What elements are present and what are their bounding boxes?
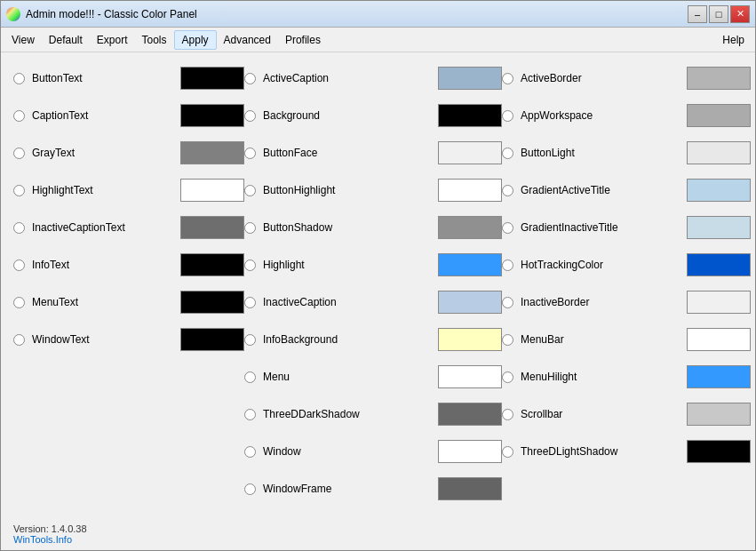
color-swatch-background[interactable] bbox=[438, 104, 502, 127]
wintools-link[interactable]: WinTools.Info bbox=[13, 534, 743, 545]
color-label-highlight: Highlight bbox=[263, 259, 431, 271]
color-swatch-buttonlight[interactable] bbox=[687, 141, 751, 164]
list-item: HighlightText bbox=[13, 173, 244, 207]
menu-export[interactable]: Export bbox=[90, 31, 135, 49]
list-item: GrayText bbox=[13, 136, 244, 170]
color-radio-menu[interactable] bbox=[244, 371, 256, 383]
color-radio-inactivecaption[interactable] bbox=[244, 297, 256, 308]
color-radio-infotext[interactable] bbox=[13, 260, 25, 271]
color-radio-threeddarkshadow[interactable] bbox=[244, 409, 256, 420]
color-label-windowtext: WindowText bbox=[32, 333, 173, 346]
color-swatch-threedlightshadow[interactable] bbox=[687, 440, 751, 463]
color-swatch-gradientactivetitle[interactable] bbox=[687, 179, 751, 202]
maximize-button[interactable]: □ bbox=[709, 5, 728, 23]
list-item: InactiveCaptionText bbox=[13, 211, 244, 244]
color-swatch-inactivecaption[interactable] bbox=[438, 291, 502, 314]
color-label-scrollbar: Scrollbar bbox=[521, 408, 680, 420]
color-swatch-captiontext[interactable] bbox=[180, 104, 244, 127]
color-swatch-threeddarkshadow[interactable] bbox=[438, 403, 502, 426]
list-item: ButtonText bbox=[13, 61, 244, 95]
color-swatch-highlighttext[interactable] bbox=[180, 179, 244, 202]
color-swatch-windowframe[interactable] bbox=[438, 477, 502, 500]
color-radio-inactiveborder[interactable] bbox=[502, 297, 513, 308]
color-label-menubar: MenuBar bbox=[521, 333, 680, 346]
menu-apply[interactable]: Apply bbox=[174, 30, 217, 50]
app-icon bbox=[6, 7, 20, 21]
color-radio-scrollbar[interactable] bbox=[502, 409, 513, 420]
color-label-gradientinactivetitle: GradientInactiveTitle bbox=[521, 221, 680, 234]
color-radio-infobackground[interactable] bbox=[244, 334, 256, 346]
color-radio-gradientinactivetitle[interactable] bbox=[502, 222, 513, 234]
color-radio-menutext[interactable] bbox=[13, 297, 25, 308]
color-label-highlighttext: HighlightText bbox=[32, 184, 173, 196]
menu-default[interactable]: Default bbox=[42, 31, 90, 49]
color-radio-gradientactivetitle[interactable] bbox=[502, 185, 513, 196]
color-swatch-appworkspace[interactable] bbox=[687, 104, 751, 127]
menu-tools[interactable]: Tools bbox=[135, 31, 174, 49]
color-swatch-buttonshadow[interactable] bbox=[438, 216, 502, 239]
color-swatch-buttonface[interactable] bbox=[438, 141, 502, 164]
menu-advanced[interactable]: Advanced bbox=[217, 31, 278, 49]
color-radio-activecaption[interactable] bbox=[244, 73, 256, 84]
color-swatch-highlight[interactable] bbox=[438, 253, 502, 276]
color-swatch-windowtext[interactable] bbox=[180, 328, 244, 351]
color-swatch-menu[interactable] bbox=[438, 365, 502, 388]
window-title: Admin mode!!! - Classic Color Panel bbox=[26, 8, 688, 20]
color-swatch-scrollbar[interactable] bbox=[687, 403, 751, 426]
color-radio-menubar[interactable] bbox=[502, 334, 513, 346]
menu-profiles[interactable]: Profiles bbox=[278, 31, 328, 49]
color-radio-buttonhighlight[interactable] bbox=[244, 185, 256, 196]
color-radio-windowframe[interactable] bbox=[244, 483, 256, 495]
color-swatch-menubar[interactable] bbox=[687, 328, 751, 351]
column-3: ActiveBorderAppWorkspaceButtonLightGradi… bbox=[502, 61, 751, 506]
color-swatch-graytext[interactable] bbox=[180, 141, 244, 164]
color-swatch-infotext[interactable] bbox=[180, 253, 244, 276]
color-swatch-activeborder[interactable] bbox=[687, 67, 751, 90]
color-radio-highlight[interactable] bbox=[244, 260, 256, 271]
color-label-threeddarkshadow: ThreeDDarkShadow bbox=[263, 408, 431, 420]
color-swatch-infobackground[interactable] bbox=[438, 328, 502, 351]
list-item: ButtonLight bbox=[502, 136, 751, 170]
color-label-hottrackingcolor: HotTrackingColor bbox=[521, 259, 680, 271]
color-radio-appworkspace[interactable] bbox=[502, 110, 513, 122]
color-swatch-buttonhighlight[interactable] bbox=[438, 179, 502, 202]
color-radio-buttontext[interactable] bbox=[13, 73, 25, 84]
color-label-inactiveborder: InactiveBorder bbox=[521, 296, 680, 308]
color-radio-threedlightshadow[interactable] bbox=[502, 446, 513, 458]
color-radio-captiontext[interactable] bbox=[13, 110, 25, 122]
color-radio-background[interactable] bbox=[244, 110, 256, 122]
list-item: HotTrackingColor bbox=[502, 248, 751, 282]
color-swatch-menutext[interactable] bbox=[180, 291, 244, 314]
color-radio-inactivecaptiontext[interactable] bbox=[13, 222, 25, 234]
color-radio-graytext[interactable] bbox=[13, 148, 25, 159]
menu-help[interactable]: Help bbox=[715, 31, 752, 49]
color-radio-menuhilight[interactable] bbox=[502, 371, 513, 383]
color-swatch-inactivecaptiontext[interactable] bbox=[180, 216, 244, 239]
color-swatch-buttontext[interactable] bbox=[180, 67, 244, 90]
color-swatch-gradientinactivetitle[interactable] bbox=[687, 216, 751, 239]
color-radio-buttonface[interactable] bbox=[244, 148, 256, 159]
color-swatch-hottrackingcolor[interactable] bbox=[687, 253, 751, 276]
close-button[interactable]: ✕ bbox=[730, 5, 750, 23]
color-swatch-menuhilight[interactable] bbox=[687, 365, 751, 388]
color-swatch-activecaption[interactable] bbox=[438, 67, 502, 90]
color-label-menutext: MenuText bbox=[32, 296, 173, 308]
list-item: ThreeDLightShadow bbox=[502, 435, 751, 468]
color-label-buttonhighlight: ButtonHighlight bbox=[263, 184, 431, 196]
color-radio-buttonlight[interactable] bbox=[502, 148, 513, 159]
list-item: ThreeDDarkShadow bbox=[244, 397, 502, 431]
menu-view[interactable]: View bbox=[4, 31, 42, 49]
list-item: MenuBar bbox=[502, 323, 751, 356]
color-radio-highlighttext[interactable] bbox=[13, 185, 25, 196]
color-radio-hottrackingcolor[interactable] bbox=[502, 260, 513, 271]
color-radio-windowtext[interactable] bbox=[13, 334, 25, 346]
color-label-buttontext: ButtonText bbox=[32, 72, 173, 84]
color-label-activeborder: ActiveBorder bbox=[521, 72, 680, 84]
color-radio-window[interactable] bbox=[244, 446, 256, 458]
color-swatch-window[interactable] bbox=[438, 440, 502, 463]
list-item: ActiveCaption bbox=[244, 61, 502, 95]
color-radio-activeborder[interactable] bbox=[502, 73, 513, 84]
minimize-button[interactable]: – bbox=[688, 5, 707, 23]
color-swatch-inactiveborder[interactable] bbox=[687, 291, 751, 314]
color-radio-buttonshadow[interactable] bbox=[244, 222, 256, 234]
